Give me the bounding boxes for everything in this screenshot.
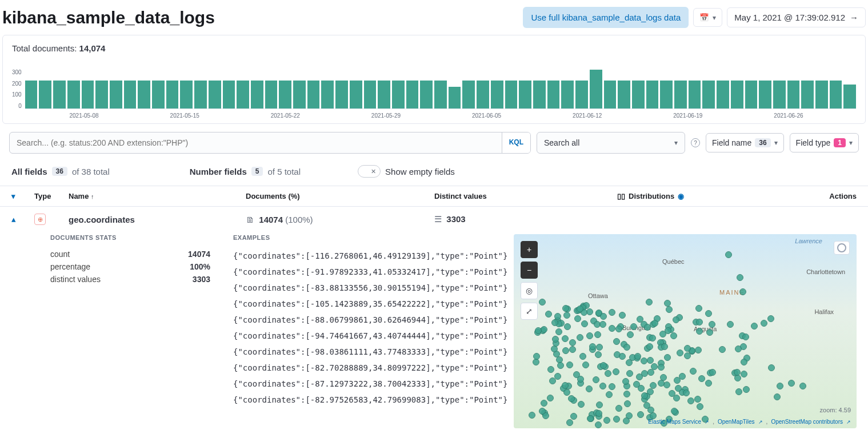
map-data-point[interactable]: [695, 305, 702, 312]
example-value[interactable]: {"coordinates":[-116.2768061,46.49129139…: [233, 248, 491, 264]
histogram-bar[interactable]: [53, 81, 66, 109]
map-data-point[interactable]: [596, 344, 603, 351]
histogram-bar[interactable]: [265, 81, 278, 109]
collapse-row-icon[interactable]: ▴: [11, 214, 16, 224]
map-data-point[interactable]: [719, 346, 726, 353]
histogram-bar[interactable]: [364, 81, 377, 109]
histogram-bar[interactable]: [279, 81, 291, 109]
field-type-filter[interactable]: Field type 1 ▾: [790, 133, 859, 152]
map-data-point[interactable]: [709, 369, 716, 376]
map-data-point[interactable]: [687, 397, 694, 404]
map-data-point[interactable]: [555, 328, 562, 335]
histogram-bar[interactable]: [505, 81, 518, 109]
histogram-bar[interactable]: [95, 81, 108, 109]
map-data-point[interactable]: [633, 381, 640, 388]
map-data-point[interactable]: [741, 359, 747, 365]
map-data-point[interactable]: [743, 386, 750, 393]
calendar-button[interactable]: 📅 ▾: [693, 8, 722, 27]
field-name[interactable]: geo.coordinates: [69, 215, 246, 224]
histogram-bar[interactable]: [420, 81, 433, 109]
map-data-point[interactable]: [564, 323, 571, 330]
histogram-bar[interactable]: [632, 81, 645, 109]
map-data-point[interactable]: [660, 374, 667, 381]
example-value[interactable]: {"coordinates":[-82.70288889,34.80997222…: [233, 360, 491, 376]
example-value[interactable]: {"coordinates":[-91.97892333,41.05332417…: [233, 264, 491, 280]
histogram-bar[interactable]: [180, 81, 193, 109]
histogram-bar[interactable]: [702, 81, 715, 109]
map-data-point[interactable]: [661, 343, 668, 350]
example-value[interactable]: {"coordinates":[-88.06799861,30.62646944…: [233, 312, 491, 328]
map-data-point[interactable]: [539, 299, 546, 306]
map-data-point[interactable]: [605, 370, 611, 377]
help-icon[interactable]: ?: [691, 138, 700, 147]
map-data-point[interactable]: [529, 412, 535, 419]
histogram-bar[interactable]: [731, 81, 743, 109]
histogram-bar[interactable]: [519, 81, 531, 109]
histogram-bar[interactable]: [110, 81, 122, 109]
map-data-point[interactable]: [675, 385, 682, 392]
map-data-point[interactable]: [799, 383, 806, 389]
histogram-bar[interactable]: [759, 81, 771, 109]
histogram-bar[interactable]: [293, 81, 306, 109]
map-data-point[interactable]: [563, 312, 570, 319]
map-data-point[interactable]: [664, 354, 671, 361]
histogram-bar[interactable]: [646, 81, 659, 109]
histogram-bar[interactable]: [209, 81, 221, 109]
histogram-bar[interactable]: [815, 81, 828, 109]
map-data-point[interactable]: [586, 308, 593, 315]
kql-toggle[interactable]: KQL: [502, 132, 530, 153]
histogram-bar[interactable]: [561, 81, 574, 109]
map-data-point[interactable]: [557, 362, 564, 369]
map-data-point[interactable]: [539, 408, 546, 415]
col-type[interactable]: Type: [34, 192, 69, 200]
map-data-point[interactable]: [725, 251, 732, 258]
map-data-point[interactable]: [547, 395, 554, 401]
map-data-point[interactable]: [696, 319, 703, 326]
map-data-point[interactable]: [563, 389, 570, 396]
map-data-point[interactable]: [566, 361, 573, 368]
expand-all-icon[interactable]: ▾: [11, 192, 15, 200]
map-data-point[interactable]: [649, 335, 656, 341]
map-data-point[interactable]: [727, 321, 734, 328]
map-data-point[interactable]: [541, 400, 547, 407]
map-data-point[interactable]: [665, 327, 671, 334]
use-full-data-button[interactable]: Use full kibana_sample_data_logs data: [523, 7, 689, 28]
map-data-point[interactable]: [595, 421, 602, 428]
fullscreen-button[interactable]: ⤢: [521, 303, 538, 320]
histogram-bar[interactable]: [533, 81, 546, 109]
eye-icon[interactable]: ◉: [678, 192, 684, 200]
map-data-point[interactable]: [646, 299, 653, 306]
map-data-point[interactable]: [593, 376, 599, 383]
histogram-bar[interactable]: [547, 81, 560, 109]
map-data-point[interactable]: [705, 380, 712, 387]
histogram-bars[interactable]: [25, 69, 856, 109]
histogram-bar[interactable]: [335, 81, 348, 109]
histogram-bar[interactable]: [717, 81, 729, 109]
map-data-point[interactable]: [578, 401, 585, 408]
col-distributions[interactable]: ▯▯ Distributions ◉: [617, 192, 817, 200]
locate-button[interactable]: ◎: [521, 282, 538, 299]
histogram-bar[interactable]: [138, 81, 150, 109]
map-data-point[interactable]: [641, 392, 648, 399]
histogram-bar[interactable]: [787, 81, 800, 109]
legend-icon[interactable]: [834, 241, 850, 255]
histogram-bar[interactable]: [689, 81, 701, 109]
map-data-point[interactable]: [647, 369, 654, 376]
col-distinct[interactable]: Distinct values: [434, 192, 617, 200]
map-data-point[interactable]: [695, 347, 702, 353]
field-name-filter[interactable]: Field name 36 ▾: [706, 133, 784, 152]
attrib-openmaptiles[interactable]: OpenMapTiles: [718, 419, 755, 425]
map-data-point[interactable]: [603, 417, 610, 424]
zoom-in-button[interactable]: +: [521, 241, 538, 258]
map-data-point[interactable]: [641, 357, 647, 364]
map-data-point[interactable]: [774, 393, 781, 400]
map-data-point[interactable]: [741, 371, 747, 377]
map-data-point[interactable]: [574, 315, 581, 322]
map-data-point[interactable]: [690, 368, 697, 375]
example-value[interactable]: {"coordinates":[-94.74641667,43.40744444…: [233, 328, 491, 344]
map-data-point[interactable]: [547, 366, 554, 373]
map-data-point[interactable]: [599, 383, 606, 389]
map-data-point[interactable]: [619, 353, 626, 360]
map-data-point[interactable]: [735, 388, 742, 395]
histogram-bar[interactable]: [674, 81, 687, 109]
